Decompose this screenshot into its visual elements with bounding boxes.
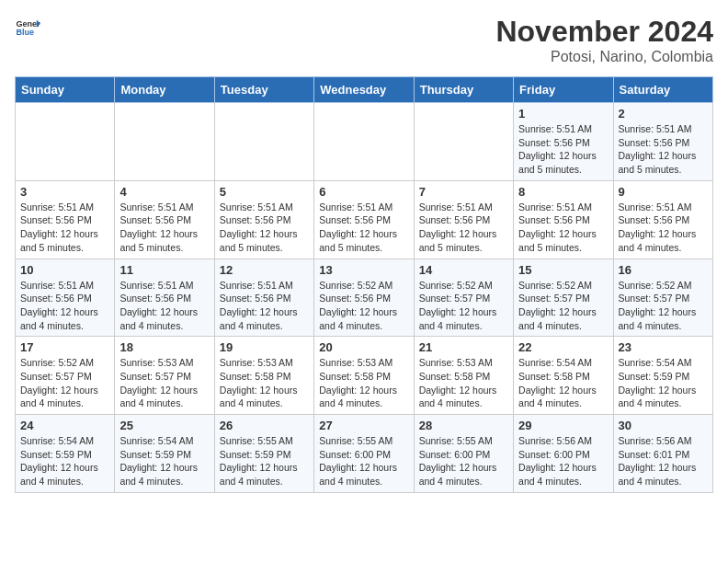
day-info: Sunrise: 5:54 AM Sunset: 5:59 PM Dayligh…	[119, 434, 209, 488]
calendar-cell	[115, 103, 214, 181]
calendar-header-row: Sunday Monday Tuesday Wednesday Thursday…	[16, 77, 713, 103]
calendar-cell: 21Sunrise: 5:53 AM Sunset: 5:58 PM Dayli…	[414, 337, 513, 415]
calendar-cell: 3Sunrise: 5:51 AM Sunset: 5:56 PM Daylig…	[16, 180, 115, 259]
day-info: Sunrise: 5:51 AM Sunset: 5:56 PM Dayligh…	[319, 201, 408, 255]
day-number: 24	[20, 419, 109, 432]
calendar-cell: 24Sunrise: 5:54 AM Sunset: 5:59 PM Dayli…	[16, 415, 115, 493]
day-number: 27	[319, 419, 408, 432]
calendar-cell: 4Sunrise: 5:51 AM Sunset: 5:56 PM Daylig…	[115, 180, 214, 259]
day-number: 2	[619, 107, 708, 121]
day-info: Sunrise: 5:51 AM Sunset: 5:56 PM Dayligh…	[119, 279, 209, 333]
day-number: 14	[419, 263, 508, 277]
day-info: Sunrise: 5:54 AM Sunset: 5:58 PM Dayligh…	[518, 356, 608, 410]
day-number: 10	[20, 263, 109, 277]
day-number: 4	[119, 185, 209, 199]
day-info: Sunrise: 5:53 AM Sunset: 5:57 PM Dayligh…	[119, 356, 209, 410]
day-number: 5	[220, 185, 309, 199]
day-info: Sunrise: 5:51 AM Sunset: 5:56 PM Dayligh…	[619, 122, 708, 177]
day-info: Sunrise: 5:53 AM Sunset: 5:58 PM Dayligh…	[220, 356, 309, 410]
calendar-cell: 18Sunrise: 5:53 AM Sunset: 5:57 PM Dayli…	[115, 337, 214, 415]
day-info: Sunrise: 5:56 AM Sunset: 6:00 PM Dayligh…	[518, 434, 608, 488]
day-number: 29	[518, 419, 608, 432]
day-number: 21	[419, 340, 508, 354]
day-number: 17	[20, 340, 109, 354]
calendar-cell	[314, 103, 414, 181]
day-info: Sunrise: 5:53 AM Sunset: 5:58 PM Dayligh…	[319, 356, 408, 410]
logo-icon: General Blue	[15, 15, 40, 40]
calendar-cell: 28Sunrise: 5:55 AM Sunset: 6:00 PM Dayli…	[414, 415, 513, 493]
day-number: 22	[518, 340, 608, 354]
calendar-cell: 14Sunrise: 5:52 AM Sunset: 5:57 PM Dayli…	[414, 259, 513, 337]
day-info: Sunrise: 5:54 AM Sunset: 5:59 PM Dayligh…	[20, 434, 109, 488]
calendar-week-row: 24Sunrise: 5:54 AM Sunset: 5:59 PM Dayli…	[16, 415, 713, 493]
col-friday: Friday	[514, 77, 613, 103]
calendar-cell: 27Sunrise: 5:55 AM Sunset: 6:00 PM Dayli…	[314, 415, 414, 493]
col-monday: Monday	[115, 77, 214, 103]
calendar-week-row: 17Sunrise: 5:52 AM Sunset: 5:57 PM Dayli…	[16, 337, 713, 415]
page-header: General Blue November 2024 Potosi, Narin…	[15, 15, 713, 65]
calendar-cell: 1Sunrise: 5:51 AM Sunset: 5:56 PM Daylig…	[514, 103, 613, 181]
col-wednesday: Wednesday	[314, 77, 414, 103]
calendar-cell: 23Sunrise: 5:54 AM Sunset: 5:59 PM Dayli…	[613, 337, 712, 415]
calendar-cell: 25Sunrise: 5:54 AM Sunset: 5:59 PM Dayli…	[115, 415, 214, 493]
calendar-cell: 17Sunrise: 5:52 AM Sunset: 5:57 PM Dayli…	[16, 337, 115, 415]
day-info: Sunrise: 5:53 AM Sunset: 5:58 PM Dayligh…	[419, 356, 508, 410]
col-thursday: Thursday	[414, 77, 513, 103]
day-number: 30	[619, 419, 708, 432]
calendar-week-row: 3Sunrise: 5:51 AM Sunset: 5:56 PM Daylig…	[16, 180, 713, 259]
day-info: Sunrise: 5:55 AM Sunset: 5:59 PM Dayligh…	[220, 434, 309, 488]
calendar-week-row: 10Sunrise: 5:51 AM Sunset: 5:56 PM Dayli…	[16, 259, 713, 337]
svg-text:Blue: Blue	[16, 28, 34, 37]
day-number: 11	[119, 263, 209, 277]
day-number: 13	[319, 263, 408, 277]
day-info: Sunrise: 5:51 AM Sunset: 5:56 PM Dayligh…	[220, 279, 309, 333]
calendar-cell: 15Sunrise: 5:52 AM Sunset: 5:57 PM Dayli…	[514, 259, 613, 337]
day-number: 26	[220, 419, 309, 432]
calendar-cell: 10Sunrise: 5:51 AM Sunset: 5:56 PM Dayli…	[16, 259, 115, 337]
logo: General Blue	[15, 15, 40, 40]
day-number: 7	[419, 185, 508, 199]
day-number: 18	[119, 340, 209, 354]
day-number: 12	[220, 263, 309, 277]
calendar-cell: 13Sunrise: 5:52 AM Sunset: 5:56 PM Dayli…	[314, 259, 414, 337]
day-number: 8	[518, 185, 608, 199]
col-saturday: Saturday	[613, 77, 712, 103]
calendar-cell: 30Sunrise: 5:56 AM Sunset: 6:01 PM Dayli…	[613, 415, 712, 493]
day-info: Sunrise: 5:52 AM Sunset: 5:57 PM Dayligh…	[619, 279, 708, 333]
calendar-cell	[16, 103, 115, 181]
calendar-cell: 22Sunrise: 5:54 AM Sunset: 5:58 PM Dayli…	[514, 337, 613, 415]
day-info: Sunrise: 5:51 AM Sunset: 5:56 PM Dayligh…	[20, 279, 109, 333]
calendar-cell: 29Sunrise: 5:56 AM Sunset: 6:00 PM Dayli…	[514, 415, 613, 493]
day-number: 25	[119, 419, 209, 432]
day-info: Sunrise: 5:54 AM Sunset: 5:59 PM Dayligh…	[619, 356, 708, 410]
calendar-cell: 2Sunrise: 5:51 AM Sunset: 5:56 PM Daylig…	[613, 103, 712, 181]
calendar-cell: 26Sunrise: 5:55 AM Sunset: 5:59 PM Dayli…	[214, 415, 313, 493]
day-info: Sunrise: 5:51 AM Sunset: 5:56 PM Dayligh…	[518, 201, 608, 255]
day-info: Sunrise: 5:51 AM Sunset: 5:56 PM Dayligh…	[518, 122, 608, 177]
calendar-cell: 12Sunrise: 5:51 AM Sunset: 5:56 PM Dayli…	[214, 259, 313, 337]
day-info: Sunrise: 5:51 AM Sunset: 5:56 PM Dayligh…	[119, 201, 209, 255]
calendar-cell: 8Sunrise: 5:51 AM Sunset: 5:56 PM Daylig…	[514, 180, 613, 259]
location: Potosi, Narino, Colombia	[495, 49, 713, 65]
day-info: Sunrise: 5:52 AM Sunset: 5:57 PM Dayligh…	[518, 279, 608, 333]
calendar-cell	[414, 103, 513, 181]
day-number: 1	[518, 107, 608, 121]
calendar-week-row: 1Sunrise: 5:51 AM Sunset: 5:56 PM Daylig…	[16, 103, 713, 181]
day-number: 28	[419, 419, 508, 432]
calendar-cell: 7Sunrise: 5:51 AM Sunset: 5:56 PM Daylig…	[414, 180, 513, 259]
calendar-cell: 9Sunrise: 5:51 AM Sunset: 5:56 PM Daylig…	[613, 180, 712, 259]
day-info: Sunrise: 5:52 AM Sunset: 5:57 PM Dayligh…	[419, 279, 508, 333]
day-number: 3	[20, 185, 109, 199]
day-info: Sunrise: 5:52 AM Sunset: 5:56 PM Dayligh…	[319, 279, 408, 333]
title-block: November 2024 Potosi, Narino, Colombia	[495, 15, 713, 65]
calendar-cell: 19Sunrise: 5:53 AM Sunset: 5:58 PM Dayli…	[214, 337, 313, 415]
calendar-cell: 6Sunrise: 5:51 AM Sunset: 5:56 PM Daylig…	[314, 180, 414, 259]
day-info: Sunrise: 5:56 AM Sunset: 6:01 PM Dayligh…	[619, 434, 708, 488]
month-title: November 2024	[495, 15, 713, 49]
day-info: Sunrise: 5:55 AM Sunset: 6:00 PM Dayligh…	[419, 434, 508, 488]
day-number: 15	[518, 263, 608, 277]
day-info: Sunrise: 5:55 AM Sunset: 6:00 PM Dayligh…	[319, 434, 408, 488]
day-info: Sunrise: 5:51 AM Sunset: 5:56 PM Dayligh…	[20, 201, 109, 255]
day-number: 6	[319, 185, 408, 199]
col-tuesday: Tuesday	[214, 77, 313, 103]
